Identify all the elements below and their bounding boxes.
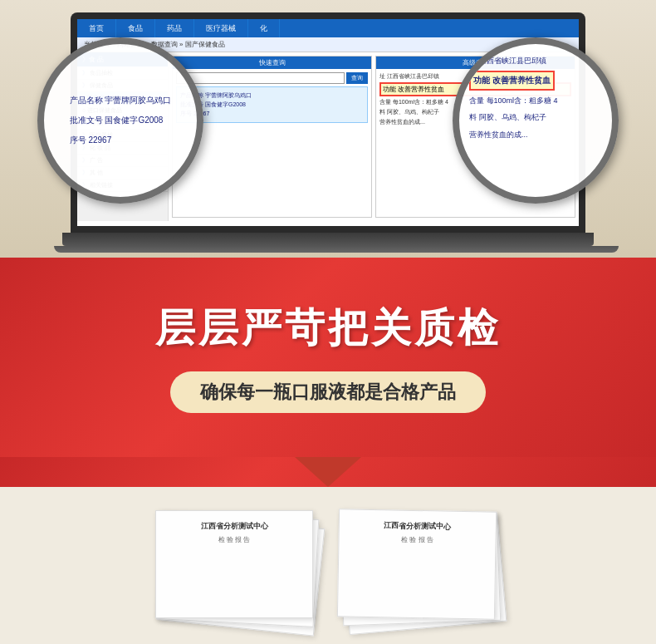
magnify-right-line1: 址 江西省峡江县巴邱镇 (469, 54, 558, 67)
magnify-left-line3: 序号 22967 (70, 133, 172, 148)
magnify-right-line5: 营养性贫血的成... (469, 128, 558, 141)
quick-search-input[interactable] (176, 72, 345, 84)
cert-stack-1: 江西省分析测试中心 检 验 报 告 (154, 504, 320, 628)
magnify-left-line2: 批准文号 国食健字G2008 (70, 113, 172, 128)
cert-subtitle-1: 检 验 报 告 (164, 535, 304, 544)
main-title: 层层严苛把关质检 (155, 302, 501, 355)
nav-chem[interactable]: 化 (248, 19, 280, 37)
quick-search-results: 产品名称 宇蕾牌阿胶乌鸡口 批准文号 国食健字G2008 序号 22967 (176, 86, 368, 123)
nav-medical[interactable]: 医疗器械 (194, 19, 248, 37)
nav-home[interactable]: 首页 (77, 19, 116, 37)
bottom-section: 江西省分析测试中心 检 验 报 告 江西省分析测试中心 检 验 报 告 (0, 487, 656, 644)
cert-content-2: 江西省分析测试中心 检 验 报 告 (339, 509, 496, 555)
cert-title-2: 江西省分析测试中心 (348, 519, 487, 533)
magnify-right-line4: 料 阿胶、乌鸡、枸杞子 (469, 111, 558, 124)
cert-paper-1-front: 江西省分析测试中心 检 验 报 告 (155, 510, 313, 618)
quick-search-button[interactable]: 查询 (346, 72, 368, 84)
laptop-wrapper: 产品名称 宇蕾牌阿胶乌鸡口 批准文号 国食健字G2008 序号 22967 址 … (54, 12, 602, 253)
quick-search-header: 快速查询 (173, 57, 371, 69)
top-section: 产品名称 宇蕾牌阿胶乌鸡口 批准文号 国食健字G2008 序号 22967 址 … (0, 0, 656, 258)
magnify-left-content: 产品名称 宇蕾牌阿胶乌鸡口 批准文号 国食健字G2008 序号 22967 (60, 83, 182, 158)
laptop-foot (54, 246, 619, 253)
search-row: 查询 (176, 72, 368, 84)
cert-content-1: 江西省分析测试中心 检 验 报 告 (156, 511, 312, 554)
result-line-1: 产品名称 宇蕾牌阿胶乌鸡口 (180, 91, 364, 100)
result-line-3: 序号 22967 (180, 109, 364, 118)
magnify-right: 址 江西省峡江县巴邱镇 功能 改善营养性贫血 含量 每100ml含：粗多糖 4 … (453, 37, 619, 204)
red-section: 层层严苛把关质检 确保每一瓶口服液都是合格产品 (0, 258, 656, 457)
magnify-left: 产品名称 宇蕾牌阿胶乌鸡口 批准文号 国食健字G2008 序号 22967 (37, 37, 203, 204)
magnify-right-highlight: 功能 改善营养性贫血 (469, 71, 558, 91)
quick-search-panel: 快速查询 查询 产品名称 宇蕾牌阿胶乌鸡口 批准文号 国食健字G2008 (172, 56, 372, 218)
magnify-left-line1: 产品名称 宇蕾牌阿胶乌鸡口 (70, 93, 172, 108)
site-nav: 首页 食品 药品 医疗器械 化 (77, 19, 579, 37)
arrow-wrapper (0, 457, 656, 487)
cert-stack-2: 江西省分析测试中心 检 验 报 告 (336, 504, 502, 628)
cert-paper-2-front: 江西省分析测试中心 检 验 报 告 (337, 509, 497, 619)
cert-title-1: 江西省分析测试中心 (164, 521, 304, 532)
triangle-down-icon (295, 457, 361, 487)
nav-medicine[interactable]: 药品 (155, 19, 194, 37)
magnify-right-line3: 含量 每100ml含：粗多糖 4 (469, 94, 558, 107)
sub-title: 确保每一瓶口服液都是合格产品 (200, 381, 456, 402)
cert-subtitle-2: 检 验 报 告 (347, 533, 487, 545)
sub-title-wrapper: 确保每一瓶口服液都是合格产品 (170, 371, 486, 413)
result-line-2: 批准文号 国食健字G2008 (180, 100, 364, 109)
laptop-base (62, 233, 594, 246)
nav-food[interactable]: 食品 (116, 19, 155, 37)
